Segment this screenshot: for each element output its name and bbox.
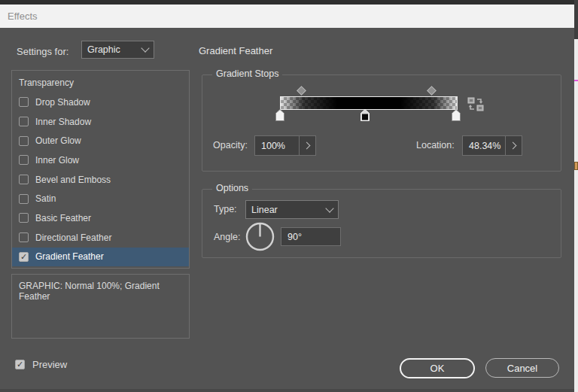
angle-dial[interactable] [245, 221, 275, 252]
effect-row-inner-glow[interactable]: ✓ Inner Glow [12, 150, 189, 170]
gradient-stops-legend: Gradient Stops [212, 68, 282, 79]
effect-row-gradient-feather[interactable]: ✓ Gradient Feather [12, 248, 189, 267]
ok-button-label: OK [430, 363, 445, 374]
dialog-titlebar[interactable]: Effects [0, 5, 574, 28]
effects-summary-box: GRAPHIC: Normal 100%; Gradient Feather [11, 274, 190, 339]
effect-label: Directional Feather [35, 232, 111, 243]
panel-title: Gradient Feather [199, 45, 272, 56]
location-spinner[interactable] [505, 136, 522, 155]
background-pasteboard [574, 0, 578, 39]
chevron-down-icon [141, 44, 149, 52]
effects-list-header[interactable]: Transparency [12, 76, 189, 93]
dialog-bottom-edge [0, 389, 574, 392]
effects-list: Transparency ✓ Drop Shadow ✓ Inner Shado… [11, 70, 190, 269]
settings-for-value: Graphic [87, 44, 142, 55]
chevron-right-icon [510, 142, 517, 150]
effect-label: Inner Shadow [35, 117, 91, 127]
options-group: Options Type: Linear Angle: 90° [202, 189, 561, 258]
ok-button[interactable]: OK [400, 358, 475, 378]
effect-row-bevel-and-emboss[interactable]: ✓ Bevel and Emboss [12, 170, 189, 190]
checkbox-basic-feather[interactable]: ✓ [19, 213, 29, 223]
check-icon: ✓ [20, 253, 27, 261]
effect-row-drop-shadow[interactable]: ✓ Drop Shadow [12, 93, 189, 112]
effect-label: Satin [35, 193, 56, 204]
settings-for-dropdown[interactable]: Graphic [81, 41, 154, 59]
gradient-stop-start[interactable] [275, 109, 284, 121]
gradient-ramp-overlay [281, 97, 457, 109]
gradient-stop-end[interactable] [452, 109, 461, 121]
reverse-gradient-icon[interactable] [467, 96, 485, 115]
effect-label: Inner Glow [35, 155, 79, 166]
checkbox-gradient-feather[interactable]: ✓ [19, 252, 29, 262]
gradient-midpoint-icon[interactable] [297, 86, 306, 96]
effect-label: Gradient Feather [35, 251, 104, 262]
settings-for-label: Settings for: [17, 46, 68, 57]
angle-label: Angle: [214, 232, 240, 242]
background-page-object [574, 162, 578, 170]
effect-label: Basic Feather [35, 213, 91, 223]
options-legend: Options [212, 183, 252, 193]
effect-row-basic-feather[interactable]: ✓ Basic Feather [12, 208, 189, 228]
effect-row-satin[interactable]: ✓ Satin [12, 189, 189, 208]
effect-label: Bevel and Emboss [35, 175, 111, 185]
type-dropdown[interactable]: Linear [245, 200, 339, 219]
opacity-spinner[interactable] [299, 136, 315, 155]
checkbox-inner-glow[interactable]: ✓ [19, 155, 29, 165]
checkbox-satin[interactable]: ✓ [19, 194, 29, 204]
checkbox-drop-shadow[interactable]: ✓ [19, 97, 29, 107]
checkbox-inner-shadow[interactable]: ✓ [19, 117, 29, 126]
checkbox-directional-feather[interactable]: ✓ [19, 232, 29, 242]
effect-label: Drop Shadow [35, 97, 90, 108]
location-field[interactable]: 48.34% [462, 135, 522, 156]
effect-label: Outer Glow [35, 135, 81, 146]
chevron-right-icon [303, 142, 311, 150]
effect-row-outer-glow[interactable]: ✓ Outer Glow [12, 131, 189, 150]
check-icon: ✓ [17, 360, 23, 369]
effects-dialog: Effects Settings for: Graphic Transparen… [0, 0, 574, 392]
type-value: Linear [251, 205, 327, 215]
dialog-title: Effects [8, 11, 38, 22]
gradient-stops-group: Gradient Stops [202, 74, 561, 172]
opacity-field[interactable]: 100% [254, 135, 316, 156]
location-value[interactable]: 48.34% [463, 136, 505, 155]
chevron-down-icon [325, 204, 333, 212]
cancel-button[interactable]: Cancel [485, 358, 559, 378]
preview-label: Preview [32, 359, 67, 370]
checkbox-bevel-and-emboss[interactable]: ✓ [19, 175, 29, 184]
opacity-value[interactable]: 100% [255, 136, 299, 155]
angle-field[interactable]: 90° [281, 227, 341, 246]
preview-row: ✓ Preview [15, 359, 67, 370]
preview-checkbox[interactable]: ✓ [15, 360, 25, 369]
angle-value[interactable]: 90° [287, 232, 302, 242]
background-document-strip [574, 0, 578, 392]
background-guide-line [574, 80, 578, 81]
gradient-midpoint-icon[interactable] [427, 86, 437, 96]
gradient-ramp[interactable] [280, 96, 458, 110]
effect-row-directional-feather[interactable]: ✓ Directional Feather [12, 228, 189, 248]
opacity-label: Opacity: [213, 140, 248, 150]
type-label: Type: [214, 204, 237, 214]
location-label: Location: [416, 140, 455, 150]
checkbox-outer-glow[interactable]: ✓ [19, 136, 29, 146]
effects-summary-text: GRAPHIC: Normal 100%; Gradient Feather [19, 281, 160, 302]
gradient-stop-selected[interactable] [360, 109, 370, 121]
effect-row-inner-shadow[interactable]: ✓ Inner Shadow [12, 112, 189, 132]
cancel-button-label: Cancel [507, 363, 537, 374]
